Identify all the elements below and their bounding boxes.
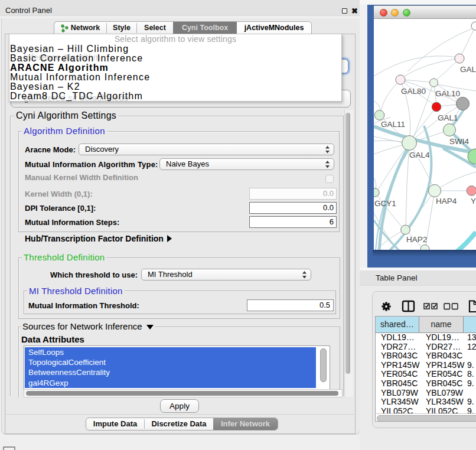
svg-text:YM: YM	[471, 197, 476, 206]
svg-text:GAL11: GAL11	[381, 120, 405, 129]
svg-text:GAL10: GAL10	[435, 89, 460, 98]
svg-text:HAP2: HAP2	[406, 235, 427, 244]
svg-text:GAL4: GAL4	[409, 151, 430, 159]
svg-text:GAL1: GAL1	[438, 113, 458, 122]
svg-text:GCY1: GCY1	[374, 199, 396, 208]
svg-text:GAL80: GAL80	[401, 87, 426, 96]
svg-text:SWI4: SWI4	[449, 137, 469, 146]
svg-text:HAP4: HAP4	[436, 197, 457, 206]
svg-text:GAL2: GAL2	[460, 65, 476, 74]
